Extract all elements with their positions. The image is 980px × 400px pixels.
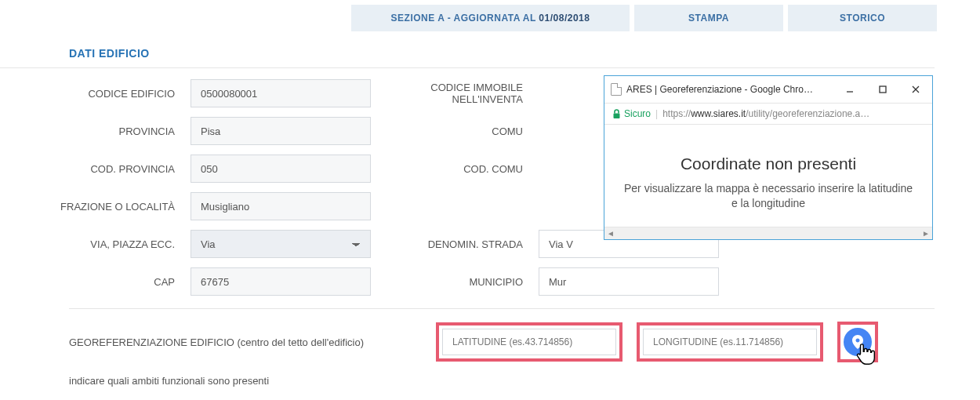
highlight-pin-button bbox=[837, 322, 878, 362]
page-icon bbox=[611, 83, 622, 96]
bottom-instruction: indicare quali ambiti funzionali sono pr… bbox=[0, 367, 980, 398]
popup-address-bar[interactable]: Sicuro | https://www.siares.it/utility/g… bbox=[604, 104, 932, 125]
input-municipio[interactable] bbox=[539, 267, 719, 296]
svg-rect-1 bbox=[880, 86, 886, 93]
input-frazione[interactable] bbox=[191, 192, 371, 220]
maximize-button[interactable] bbox=[866, 79, 899, 100]
popup-title: ARES | Georeferenziazione - Google Chro… bbox=[626, 84, 833, 95]
popup-titlebar[interactable]: ARES | Georeferenziazione - Google Chro… bbox=[604, 76, 932, 104]
minimize-button[interactable] bbox=[833, 79, 866, 100]
tab-sezione-prefix: SEZIONE A - AGGIORNATA AL bbox=[391, 13, 539, 24]
label-codice-immobile: CODICE IMMOBILE NELL'INVENTA bbox=[371, 82, 539, 105]
popup-message-text: Per visualizzare la mappa è necessario i… bbox=[620, 181, 916, 211]
popup-message-title: Coordinate non presenti bbox=[620, 155, 916, 173]
label-cod-comune: COD. COMU bbox=[371, 163, 539, 175]
secure-label: Sicuro bbox=[624, 108, 651, 119]
tab-stampa[interactable]: STAMPA bbox=[634, 5, 783, 31]
popup-url: https://www.siares.it/utility/georeferen… bbox=[662, 108, 869, 119]
label-cap: CAP bbox=[0, 276, 191, 288]
svg-rect-4 bbox=[614, 113, 620, 118]
input-cod-provincia[interactable] bbox=[191, 155, 371, 183]
lock-icon bbox=[612, 109, 621, 119]
highlight-latitudine bbox=[436, 322, 622, 362]
label-cod-provincia: COD. PROVINCIA bbox=[0, 163, 191, 175]
input-longitudine[interactable] bbox=[643, 329, 817, 355]
tab-sezione-date: 01/08/2018 bbox=[539, 13, 590, 24]
address-divider: | bbox=[655, 108, 658, 119]
input-latitudine[interactable] bbox=[442, 329, 616, 355]
label-denomin-strada: DENOMIN. STRADA bbox=[371, 238, 539, 250]
popup-horizontal-scrollbar[interactable]: ◄ ► bbox=[604, 227, 932, 239]
label-codice-edificio: CODICE EDIFICIO bbox=[0, 88, 191, 100]
section-title-dati-edificio: DATI EDIFICIO bbox=[0, 36, 935, 68]
popup-body: Coordinate non presenti Per visualizzare… bbox=[604, 125, 932, 227]
popup-window: ARES | Georeferenziazione - Google Chro…… bbox=[604, 75, 933, 240]
label-provincia: PROVINCIA bbox=[0, 125, 191, 137]
select-via-piazza[interactable]: Via bbox=[191, 230, 371, 258]
label-frazione: FRAZIONE O LOCALITÀ bbox=[0, 201, 191, 213]
input-provincia[interactable] bbox=[191, 117, 371, 145]
label-comune: COMU bbox=[371, 125, 539, 137]
scroll-left-arrow[interactable]: ◄ bbox=[605, 227, 616, 238]
scroll-right-arrow[interactable]: ► bbox=[920, 227, 931, 238]
input-codice-edificio[interactable] bbox=[191, 79, 371, 107]
input-cap[interactable] bbox=[191, 267, 371, 296]
highlight-longitudine bbox=[637, 322, 823, 362]
label-georeferenziazione: GEOREFERENZIAZIONE EDIFICIO (centro del … bbox=[69, 336, 422, 348]
tab-sezione[interactable]: SEZIONE A - AGGIORNATA AL 01/08/2018 bbox=[351, 5, 630, 31]
tab-storico[interactable]: STORICO bbox=[788, 5, 937, 31]
label-via-piazza: VIA, PIAZZA ECC. bbox=[0, 238, 191, 250]
cursor-hand-icon bbox=[855, 342, 878, 367]
label-municipio: MUNICIPIO bbox=[371, 276, 539, 288]
close-button[interactable] bbox=[899, 79, 932, 100]
